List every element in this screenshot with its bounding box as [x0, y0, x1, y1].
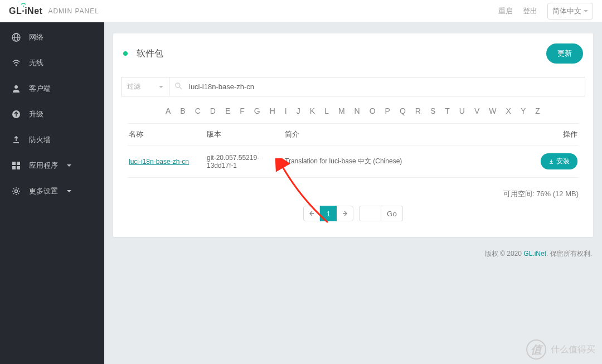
alpha-letter[interactable]: X [506, 106, 511, 115]
search-wrapper [169, 77, 585, 96]
upload-icon [11, 135, 21, 145]
brand-prefix: GL [9, 6, 22, 16]
filter-select[interactable]: 过滤 [121, 77, 169, 96]
col-action: 操作 [528, 124, 579, 145]
gear-icon [11, 186, 21, 196]
update-button[interactable]: 更新 [546, 43, 583, 64]
sidebar-item-label: 更多设置 [29, 186, 58, 196]
download-icon [548, 159, 554, 164]
chevron-down-icon [159, 86, 163, 88]
grid-icon [11, 161, 21, 171]
sidebar-item-firewall[interactable]: 防火墙 [0, 127, 104, 153]
sidebar-item-label: 升级 [29, 109, 43, 119]
table-row: luci-i18n-base-zh-cn git-20.057.55219-13… [128, 145, 579, 178]
svg-rect-11 [17, 166, 20, 169]
alpha-letter[interactable]: E [225, 106, 230, 115]
page-number-current[interactable]: 1 [320, 206, 337, 221]
svg-point-4 [16, 65, 17, 66]
alpha-letter[interactable]: O [370, 106, 376, 115]
copyright-prefix: 版权 © 2020 [485, 250, 524, 258]
sidebar-item-wireless[interactable]: 无线 [0, 50, 104, 76]
alpha-letter[interactable]: N [355, 106, 360, 115]
svg-point-12 [15, 190, 18, 193]
svg-point-5 [14, 85, 18, 89]
sidebar-item-more[interactable]: 更多设置 [0, 178, 104, 204]
alpha-letter[interactable]: G [254, 106, 260, 115]
col-name: 名称 [128, 124, 206, 145]
watermark-icon: 值 [526, 339, 546, 360]
arrow-up-circle-icon [11, 109, 21, 119]
alpha-letter[interactable]: S [430, 106, 435, 115]
sidebar-item-upgrade[interactable]: 升级 [0, 101, 104, 127]
reboot-link[interactable]: 重启 [498, 6, 513, 16]
logo-wifi-icon [21, 3, 26, 7]
top-bar: GL·iNet ADMIN PANEL 重启 登出 简体中文 [0, 0, 602, 22]
language-select[interactable]: 简体中文 [547, 3, 593, 20]
space-value: 76% (12 MB) [536, 190, 579, 198]
copyright-suffix: . 保留所有权利. [546, 250, 592, 258]
search-icon [175, 82, 182, 91]
alpha-letter[interactable]: Y [521, 106, 526, 115]
brand-logo: GL·iNet [9, 6, 42, 16]
alpha-letter[interactable]: L [324, 106, 329, 115]
sidebar-item-label: 客户端 [29, 84, 51, 94]
footer-link[interactable]: GL.iNet [523, 250, 546, 258]
language-label: 简体中文 [552, 6, 581, 16]
svg-rect-10 [12, 166, 16, 169]
package-desc: Translation for luci-base 中文 (Chinese) [284, 145, 528, 178]
pagination: 1 Go [121, 206, 585, 221]
packages-card: 软件包 更新 过滤 ABCDEFGHIJKLMNOPQRSTUVWXYZ 名称 [113, 33, 593, 237]
alpha-letter[interactable]: T [445, 106, 450, 115]
alpha-letter[interactable]: F [240, 106, 245, 115]
sidebar-item-label: 应用程序 [29, 161, 58, 171]
sidebar-item-network[interactable]: 网络 [0, 25, 104, 50]
sidebar-item-clients[interactable]: 客户端 [0, 76, 104, 101]
alpha-letter[interactable]: Z [535, 106, 540, 115]
alpha-letter[interactable]: H [270, 106, 275, 115]
svg-point-13 [176, 82, 180, 87]
filter-label: 过滤 [127, 82, 140, 91]
alpha-letter[interactable]: K [310, 106, 315, 115]
search-input[interactable] [186, 78, 579, 95]
page-go-button[interactable]: Go [381, 206, 403, 221]
alphabet-nav: ABCDEFGHIJKLMNOPQRSTUVWXYZ [166, 96, 585, 123]
wifi-icon [11, 58, 21, 68]
logout-link[interactable]: 登出 [523, 6, 537, 16]
arrow-left-icon [309, 211, 314, 216]
col-desc: 简介 [284, 124, 528, 145]
packages-table: 名称 版本 简介 操作 luci-i18n-base-zh-cn git-20.… [128, 123, 579, 178]
sidebar-item-label: 网络 [29, 32, 43, 42]
sidebar-item-apps[interactable]: 应用程序 [0, 153, 104, 178]
chevron-down-icon [67, 190, 71, 192]
page-next-button[interactable] [337, 206, 353, 221]
alpha-letter[interactable]: C [195, 106, 201, 115]
install-button[interactable]: 安装 [541, 153, 577, 169]
watermark-text: 什么值得买 [551, 344, 595, 356]
page-title: 软件包 [137, 48, 163, 60]
user-icon [11, 84, 21, 94]
page-prev-button[interactable] [303, 206, 320, 221]
alpha-letter[interactable]: P [385, 106, 390, 115]
sidebar-item-label: 无线 [29, 58, 43, 68]
watermark: 值 什么值得买 [526, 339, 595, 360]
svg-rect-9 [17, 162, 20, 165]
alpha-letter[interactable]: D [210, 106, 216, 115]
alpha-letter[interactable]: J [297, 106, 300, 115]
alpha-letter[interactable]: U [459, 106, 465, 115]
package-link[interactable]: luci-i18n-base-zh-cn [129, 158, 189, 166]
alpha-letter[interactable]: W [489, 106, 496, 115]
free-space: 可用空间: 76% (12 MB) [121, 189, 579, 199]
svg-point-0 [23, 6, 24, 7]
alpha-letter[interactable]: M [338, 106, 345, 115]
alpha-letter[interactable]: V [474, 106, 479, 115]
brand-suffix: iNet [25, 6, 42, 16]
alpha-letter[interactable]: I [285, 106, 287, 115]
globe-icon [11, 32, 21, 42]
page-input[interactable] [359, 206, 381, 221]
alpha-letter[interactable]: R [415, 106, 421, 115]
chevron-down-icon [67, 164, 71, 167]
alpha-letter[interactable]: A [166, 106, 171, 115]
chevron-down-icon [584, 10, 588, 12]
alpha-letter[interactable]: B [180, 106, 185, 115]
alpha-letter[interactable]: Q [400, 106, 406, 115]
